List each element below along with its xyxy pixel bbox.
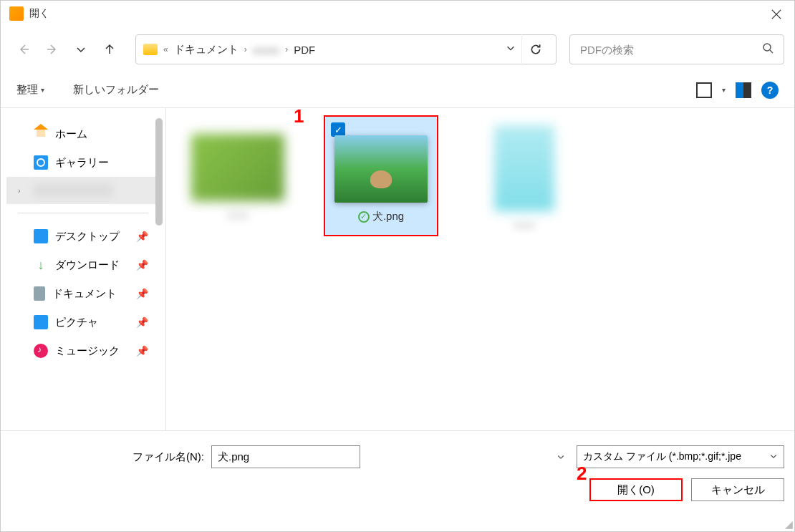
sidebar-item-gallery[interactable]: ギャラリー (6, 148, 160, 177)
sync-status-icon: ✓ (358, 211, 370, 223)
file-list-area[interactable]: 1 xxxx ✓ ✓ 犬.png xxxx (165, 108, 794, 430)
file-name-blurred: xxxx (180, 208, 295, 226)
sidebar-item-pictures[interactable]: ピクチャ 📌 (6, 308, 160, 337)
bc-pdf[interactable]: PDF (294, 44, 315, 56)
chevron-right-icon[interactable]: › (18, 186, 26, 195)
chevron-right-icon: › (285, 44, 288, 54)
sidebar-item-downloads[interactable]: ↓ ダウンロード 📌 (6, 251, 160, 279)
file-grid: xxxx ✓ ✓ 犬.png xxxx (180, 115, 780, 236)
preview-pane-button[interactable] (736, 82, 751, 98)
nav-toolbar: « ドキュメント › xxxxx › PDF (1, 26, 794, 72)
refresh-button[interactable] (521, 34, 549, 64)
annotation-2: 2 (577, 463, 587, 485)
pin-icon: 📌 (136, 231, 148, 242)
close-button[interactable] (766, 6, 787, 23)
sidebar-item-label: デスクトップ (55, 230, 120, 243)
bc-documents[interactable]: ドキュメント (174, 43, 238, 57)
cancel-button[interactable]: キャンセル (691, 478, 784, 501)
file-thumbnail (494, 125, 554, 211)
folder-icon (143, 44, 158, 55)
sidebar-item-music[interactable]: ミュージック 📌 (6, 337, 160, 365)
recent-dropdown[interactable] (68, 37, 94, 62)
scrollbar[interactable] (155, 118, 163, 226)
picture-icon (34, 315, 48, 329)
sidebar-item-current[interactable]: › (6, 177, 160, 204)
chevron-down-icon[interactable] (556, 451, 565, 464)
music-icon (34, 344, 48, 358)
sidebar-item-label: ミュージック (55, 344, 120, 358)
search-box[interactable] (569, 34, 784, 64)
bc-hidden[interactable]: xxxxx (253, 44, 280, 56)
chevron-down-icon[interactable]: ▾ (722, 86, 726, 94)
sidebar-item-label: ダウンロード (55, 258, 120, 272)
chevron-down-icon (75, 44, 87, 55)
organize-toolbar: 整理 ▾ 新しいフォルダー ▾ ? (1, 72, 794, 108)
filename-row: ファイル名(N): カスタム ファイル (*.bmp;*.gif;*.jpe (11, 445, 784, 468)
view-controls: ▾ ? (696, 82, 779, 99)
check-icon: ✓ (331, 122, 345, 137)
button-row: 2 開く(O) キャンセル (11, 478, 784, 501)
sidebar-item-label: ドキュメント (52, 287, 117, 301)
main-area: ホーム ギャラリー › デスクトップ 📌 ↓ ダウンロード 📌 ドキュメント (1, 108, 794, 430)
up-button[interactable] (97, 37, 122, 62)
bc-overflow: « (163, 44, 168, 54)
chevron-right-icon: › (244, 44, 247, 54)
back-button[interactable] (11, 37, 37, 62)
pin-icon: 📌 (136, 345, 148, 357)
filetype-select[interactable]: カスタム ファイル (*.bmp;*.gif;*.jpe (577, 445, 784, 468)
open-button[interactable]: 開く(O) (589, 478, 683, 501)
download-icon: ↓ (34, 258, 48, 272)
sidebar-item-desktop[interactable]: デスクトップ 📌 (6, 222, 160, 251)
sidebar-item-documents[interactable]: ドキュメント 📌 (6, 279, 160, 308)
close-icon (771, 9, 781, 19)
chevron-down-icon: ▾ (41, 86, 44, 94)
resize-grip[interactable]: ◢ (785, 518, 793, 530)
filename-label: ファイル名(N): (132, 450, 204, 464)
help-button[interactable]: ? (761, 82, 779, 99)
arrow-right-icon (47, 44, 58, 55)
breadcrumb[interactable]: « ドキュメント › xxxxx › PDF (135, 34, 556, 64)
refresh-icon (529, 43, 542, 56)
file-name-blurred: xxxx (467, 218, 582, 236)
search-input[interactable] (580, 44, 762, 56)
file-item-selected[interactable]: ✓ ✓ 犬.png (324, 115, 438, 236)
filename-input[interactable] (211, 445, 360, 468)
desktop-icon (34, 229, 48, 243)
filetype-label: カスタム ファイル (*.bmp;*.gif;*.jpe (583, 450, 741, 463)
gallery-icon (34, 155, 48, 170)
sidebar-hidden-label (34, 184, 112, 197)
view-mode-button[interactable] (696, 82, 712, 98)
pin-icon: 📌 (136, 316, 148, 328)
document-icon (34, 286, 45, 301)
sidebar: ホーム ギャラリー › デスクトップ 📌 ↓ ダウンロード 📌 ドキュメント (1, 108, 165, 430)
home-icon (34, 127, 48, 141)
file-thumbnail (191, 134, 284, 201)
window-title: 開く (29, 7, 49, 20)
arrow-left-icon (18, 44, 29, 55)
breadcrumb-dropdown[interactable] (506, 43, 516, 56)
pin-icon: 📌 (136, 288, 148, 299)
arrow-up-icon (104, 44, 115, 55)
file-item[interactable]: xxxx (180, 115, 295, 236)
newfolder-button[interactable]: 新しいフォルダー (73, 83, 159, 97)
pin-icon: 📌 (136, 259, 148, 271)
annotation-1: 1 (294, 105, 304, 127)
sidebar-item-home[interactable]: ホーム (6, 120, 160, 148)
titlebar: 開く (1, 1, 794, 26)
file-thumbnail (334, 135, 428, 203)
organize-label: 整理 (16, 83, 38, 97)
file-item[interactable]: xxxx (467, 115, 582, 236)
sidebar-item-label: ホーム (55, 127, 87, 141)
bottom-bar: ファイル名(N): カスタム ファイル (*.bmp;*.gif;*.jpe 2… (1, 430, 794, 511)
sidebar-item-label: ギャラリー (55, 156, 109, 170)
chevron-down-icon (769, 452, 778, 462)
sidebar-item-label: ピクチャ (55, 316, 98, 329)
organize-button[interactable]: 整理 ▾ (16, 83, 44, 97)
search-icon[interactable] (762, 42, 774, 57)
forward-button[interactable] (39, 37, 65, 62)
divider (18, 213, 148, 213)
app-icon (9, 6, 24, 21)
svg-point-0 (763, 44, 771, 51)
chevron-down-icon (506, 43, 516, 53)
file-name: ✓ 犬.png (325, 210, 437, 229)
